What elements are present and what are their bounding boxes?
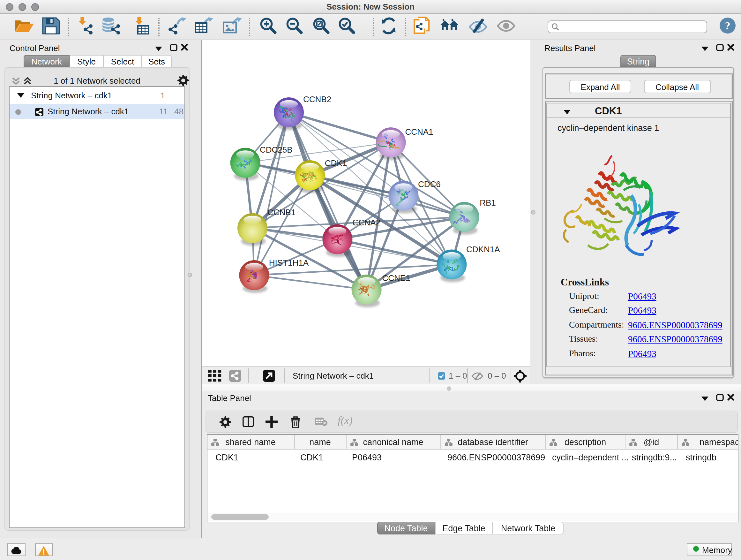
svg-text:?: ? xyxy=(725,20,731,32)
